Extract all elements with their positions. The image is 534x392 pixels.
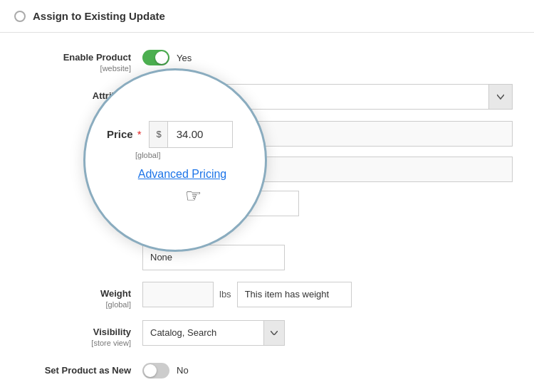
visibility-select[interactable]: Catalog, Search: [142, 320, 285, 346]
attribute-row: Attribute: [0, 78, 534, 115]
enable-product-label: Enable Product: [63, 52, 131, 63]
sku-input[interactable]: [142, 121, 513, 147]
price-label: Price: [100, 197, 123, 208]
price-sublabel: [global]: [21, 209, 131, 218]
assign-label: Assign to Existing Update: [33, 10, 165, 22]
set-product-value: No: [177, 365, 189, 376]
set-product-label: Set Product as New: [45, 365, 131, 376]
weight-input[interactable]: [142, 282, 214, 307]
enable-product-value: Yes: [177, 53, 192, 63]
weight-select[interactable]: This item has weight: [237, 282, 352, 307]
enable-product-row: Enable Product [website] Yes: [0, 40, 534, 78]
visibility-select-wrapper: Catalog, Search: [142, 320, 285, 346]
set-product-toggle[interactable]: [142, 363, 169, 378]
enable-product-toggle[interactable]: [142, 50, 169, 65]
assign-radio[interactable]: [14, 11, 26, 22]
weight-select-wrapper: This item has weight: [237, 282, 352, 307]
price-required-star: *: [127, 196, 131, 208]
price-input-wrapper: $: [142, 191, 299, 216]
weight-label: Weight: [100, 288, 131, 299]
assign-section: Assign to Existing Update: [0, 0, 534, 33]
visibility-sublabel: [store view]: [21, 339, 131, 347]
weight-inputs-row: lbs This item has weight: [142, 282, 513, 307]
enable-product-sublabel: [website]: [21, 64, 131, 73]
attribute-select-wrapper: [142, 84, 513, 110]
sku-sublabel: [global]: [21, 139, 131, 148]
price-row: Price * [global] $ Advanced Pricing: [0, 185, 534, 239]
attribute-label: Attribute: [93, 90, 131, 101]
visibility-label: Visibility: [93, 327, 131, 337]
price-symbol: $: [143, 191, 162, 216]
tax-class-wrapper: None: [142, 245, 285, 270]
set-product-as-new-row: Set Product as New No: [0, 353, 534, 384]
sku-row: SKU * [global]: [0, 115, 534, 154]
tax-class-select[interactable]: None: [142, 245, 285, 270]
tax-class-row: None: [0, 239, 534, 276]
price-input[interactable]: [162, 191, 247, 216]
weight-sublabel: [global]: [21, 300, 131, 309]
sku-required-star: *: [127, 127, 131, 138]
weight-unit: lbs: [219, 289, 231, 300]
weight-row: Weight [global] lbs This item has weight: [0, 276, 534, 314]
sku-label: SKU: [103, 127, 122, 138]
advanced-pricing-link[interactable]: Advanced Pricing: [142, 222, 513, 233]
form-area: Enable Product [website] Yes Attribute: [0, 33, 534, 384]
visibility-row: Visibility [store view] Catalog, Search: [0, 314, 534, 353]
spacer-row: [0, 154, 534, 185]
extra-input[interactable]: [142, 157, 513, 182]
attribute-select[interactable]: [142, 84, 513, 110]
